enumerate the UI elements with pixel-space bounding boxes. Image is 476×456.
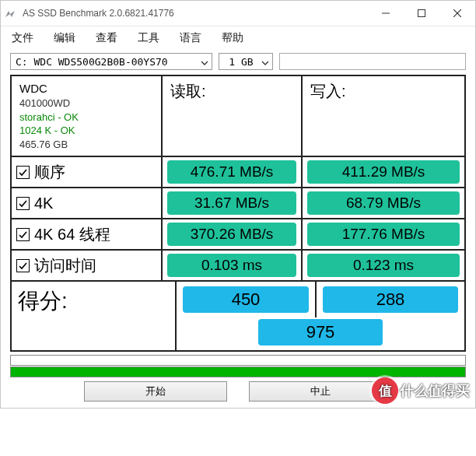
chevron-down-icon <box>201 56 208 68</box>
app-icon <box>1 9 19 17</box>
seq-write: 411.29 MB/s <box>307 160 460 184</box>
label-4k: 4K <box>12 188 163 218</box>
row-access: 访问时间 0.103 ms 0.123 ms <box>12 251 464 282</box>
label-4k-text: 4K <box>34 195 53 212</box>
label-access: 访问时间 <box>12 251 163 280</box>
row-seq: 顺序 476.71 MB/s 411.29 MB/s <box>12 157 464 188</box>
title-bar: AS SSD Benchmark 2.0.6821.41776 <box>1 1 475 26</box>
row-4k64: 4K 64 线程 370.26 MB/s 177.76 MB/s <box>12 219 464 251</box>
score-total: 975 <box>258 319 383 346</box>
drive-info: WDC 401000WD storahci - OK 1024 K - OK 4… <box>12 76 163 156</box>
label-seq-text: 顺序 <box>34 162 65 183</box>
menu-edit[interactable]: 编辑 <box>52 30 77 47</box>
drive-select[interactable]: C: WDC WDS500G2B0B-00YS70 <box>10 53 212 70</box>
window-title: AS SSD Benchmark 2.0.6821.41776 <box>19 8 368 19</box>
menu-file[interactable]: 文件 <box>10 30 35 47</box>
drive-model: WDC <box>19 81 153 96</box>
checkbox-access[interactable] <box>16 259 30 272</box>
progress-bar-2 <box>10 367 466 377</box>
4k-read: 31.67 MB/s <box>167 191 296 215</box>
driver-status: storahci - OK <box>19 110 153 125</box>
menu-view[interactable]: 查看 <box>94 30 119 47</box>
seq-read: 476.71 MB/s <box>167 160 296 184</box>
mini-progress <box>279 53 466 70</box>
label-seq: 顺序 <box>12 157 163 187</box>
watermark-badge: 值 <box>372 377 398 404</box>
abort-button[interactable]: 中止 <box>249 381 392 402</box>
checkbox-seq[interactable] <box>16 166 30 179</box>
header-write: 写入: <box>303 76 464 156</box>
maximize-button[interactable] <box>404 1 439 26</box>
access-write: 0.123 ms <box>307 254 460 277</box>
results-panel: WDC 401000WD storahci - OK 1024 K - OK 4… <box>10 75 466 352</box>
menu-bar: 文件 编辑 查看 工具 语言 帮助 <box>1 26 475 50</box>
menu-help[interactable]: 帮助 <box>220 30 245 47</box>
checkbox-4k64[interactable] <box>16 228 30 241</box>
progress-bar-1 <box>10 355 466 366</box>
drive-select-value: C: WDC WDS500G2B0B-00YS70 <box>16 56 168 68</box>
svg-marker-0 <box>5 11 15 17</box>
4k64-write: 177.76 MB/s <box>307 223 460 246</box>
menu-tools[interactable]: 工具 <box>136 30 161 47</box>
header-row: WDC 401000WD storahci - OK 1024 K - OK 4… <box>12 76 464 157</box>
label-access-text: 访问时间 <box>34 255 96 276</box>
selector-row: C: WDC WDS500G2B0B-00YS70 1 GB <box>1 50 475 73</box>
watermark: 值 什么值得买 <box>372 377 470 404</box>
access-read: 0.103 ms <box>167 254 296 277</box>
4k64-read: 370.26 MB/s <box>167 223 296 246</box>
size-select[interactable]: 1 GB <box>219 53 273 70</box>
row-4k: 4K 31.67 MB/s 68.79 MB/s <box>12 188 464 219</box>
header-read: 读取: <box>163 76 303 156</box>
size-select-value: 1 GB <box>229 56 253 68</box>
score-write: 288 <box>323 286 458 313</box>
row-score: 得分: 450 288 975 <box>12 282 464 350</box>
alignment-status: 1024 K - OK <box>19 124 153 138</box>
app-window: AS SSD Benchmark 2.0.6821.41776 文件 编辑 查看… <box>0 0 476 409</box>
minimize-button[interactable] <box>368 1 404 26</box>
checkbox-4k[interactable] <box>16 197 30 210</box>
chevron-down-icon <box>261 56 269 68</box>
label-score: 得分: <box>12 282 177 350</box>
label-4k64-text: 4K 64 线程 <box>34 224 110 245</box>
drive-firmware: 401000WD <box>19 96 153 110</box>
4k-write: 68.79 MB/s <box>307 191 460 215</box>
close-button[interactable] <box>439 1 475 26</box>
start-button[interactable]: 开始 <box>84 381 227 402</box>
watermark-text: 什么值得买 <box>400 381 470 400</box>
svg-rect-2 <box>418 10 425 17</box>
score-read: 450 <box>183 286 309 313</box>
label-4k64: 4K 64 线程 <box>12 219 163 249</box>
drive-capacity: 465.76 GB <box>19 138 153 152</box>
menu-language[interactable]: 语言 <box>178 30 203 47</box>
